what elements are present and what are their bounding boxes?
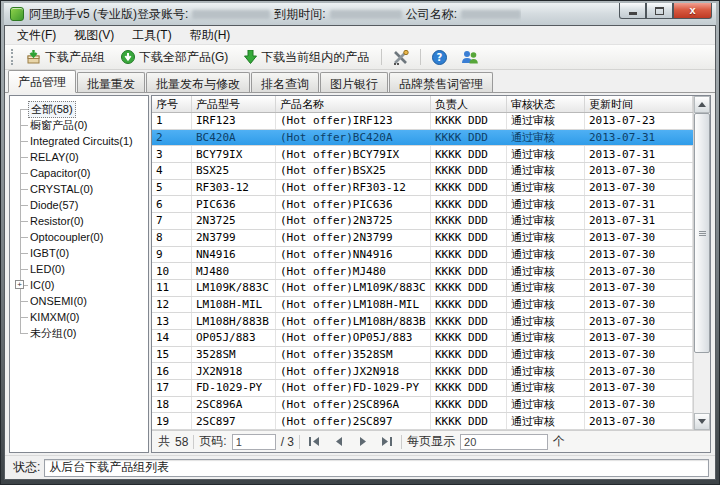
help-button[interactable]: ? [427, 47, 452, 68]
table-row[interactable]: 3BCY79IX(Hot offer)BCY79IXKKKK DDD通过审核20… [152, 146, 693, 163]
toolbar-grip[interactable] [11, 49, 14, 65]
tree-item[interactable]: +IC(0) [28, 277, 146, 293]
page-of-label: / 3 [281, 435, 294, 449]
tools-button[interactable] [388, 47, 414, 68]
tree-item[interactable]: 全部(58) [28, 101, 146, 117]
last-page-button[interactable] [377, 433, 396, 450]
app-window: 阿里助手v5 (专业版)登录账号: 到期时间: 公司名称: x 文件(F)视图(… [0, 0, 720, 485]
vertical-scrollbar[interactable] [693, 96, 710, 430]
window-controls: x [619, 3, 712, 19]
tree-item[interactable]: Capacitor(0) [28, 165, 146, 181]
tree-item[interactable]: RELAY(0) [28, 149, 146, 165]
table-row[interactable]: 14OP05J/883(Hot offer)OP05J/883KKKK DDD通… [152, 330, 693, 347]
tree-item[interactable]: Integrated Circuits(1) [28, 133, 146, 149]
tab-1[interactable]: 批量重发 [77, 72, 145, 92]
tree-item-label: 未分组(0) [28, 326, 78, 341]
table-row[interactable]: 11LM109K/883C(Hot offer)LM109K/883CKKKK … [152, 280, 693, 297]
table-row[interactable]: 2BC420A(Hot offer)BC420AKKKK DDD通过审核2013… [152, 130, 693, 147]
close-button[interactable]: x [673, 3, 712, 19]
column-header[interactable]: 产品型号 [192, 96, 276, 112]
menu-item-1[interactable]: 视图(V) [66, 25, 122, 46]
scroll-up-button[interactable] [694, 96, 710, 113]
table-row[interactable]: 10MJ480(Hot offer)MJ480KKKK DDD通过审核2013-… [152, 263, 693, 280]
table-row[interactable]: 12LM108H-MIL(Hot offer)LM108H-MILKKKK DD… [152, 297, 693, 314]
cell: (Hot offer)IRF123 [276, 113, 431, 129]
cell: JX2N918 [192, 363, 276, 379]
tree-item[interactable]: LED(0) [28, 261, 146, 277]
tab-strip: 产品管理批量重发批量发布与修改排名查询图片银行品牌禁售词管理 [5, 70, 715, 93]
scrollbar-thumb[interactable] [694, 113, 710, 353]
account-users-button[interactable] [456, 47, 484, 68]
download-product-group-button[interactable]: 下载产品组 [20, 46, 111, 69]
table-row[interactable]: 182SC896A(Hot offer)2SC896AKKKK DDD通过审核2… [152, 397, 693, 414]
table-row[interactable]: 13LM108H/883B(Hot offer)LM108H/883BKKKK … [152, 313, 693, 330]
table-row[interactable]: 9NN4916(Hot offer)NN4916KKKK DDD通过审核2013… [152, 247, 693, 264]
cell: KKKK DDD [431, 413, 507, 429]
cell: 2013-07-30 [585, 163, 693, 179]
tab-0[interactable]: 产品管理 [8, 70, 76, 93]
cell: 4 [152, 163, 192, 179]
tree-item[interactable]: Diode(57) [28, 197, 146, 213]
column-header[interactable]: 审核状态 [507, 96, 585, 112]
cell: 2013-07-30 [585, 397, 693, 413]
tree-item[interactable]: Resistor(0) [28, 213, 146, 229]
cell: KKKK DDD [431, 380, 507, 396]
cell: 2013-07-30 [585, 280, 693, 296]
tab-3[interactable]: 排名查询 [251, 72, 319, 92]
table-row[interactable]: 6PIC636(Hot offer)PIC636KKKK DDD通过审核2013… [152, 196, 693, 213]
grid-columns: 序号产品型号产品名称负责人审核状态更新时间 1IRF123(Hot offer)… [152, 96, 693, 430]
column-header[interactable]: 更新时间 [585, 96, 693, 112]
download-all-products-button[interactable]: 下载全部产品(G) [115, 46, 234, 69]
tree-item[interactable]: 橱窗产品(0) [28, 117, 146, 133]
tree-item[interactable]: CRYSTAL(0) [28, 181, 146, 197]
scrollbar-track[interactable] [694, 113, 710, 413]
tree-item[interactable]: ONSEMI(0) [28, 293, 146, 309]
table-row[interactable]: 1IRF123(Hot offer)IRF123KKKK DDD通过审核2013… [152, 113, 693, 130]
cell: KKKK DDD [431, 330, 507, 346]
tab-2[interactable]: 批量发布与修改 [146, 72, 250, 92]
tree-item[interactable]: KIMXM(0) [28, 309, 146, 325]
status-message-field: 从后台下载产品组列表 [44, 459, 709, 477]
menu-item-3[interactable]: 帮助(H) [182, 25, 239, 46]
menu-item-2[interactable]: 工具(T) [124, 25, 179, 46]
column-header[interactable]: 序号 [152, 96, 192, 112]
download-current-group-button[interactable]: 下载当前组内的产品 [238, 46, 375, 69]
table-row[interactable]: 72N3725(Hot offer)2N3725KKKK DDD通过审核2013… [152, 213, 693, 230]
cell: 2013-07-30 [585, 313, 693, 329]
cell: BSX25 [192, 163, 276, 179]
table-row[interactable]: 82N3799(Hot offer)2N3799KKKK DDD通过审核2013… [152, 230, 693, 247]
previous-page-button[interactable] [329, 433, 348, 450]
tree-item-label: 橱窗产品(0) [28, 118, 89, 133]
tree-item[interactable]: 未分组(0) [28, 325, 146, 341]
table-row[interactable]: 16JX2N918(Hot offer)JX2N918KKKK DDD通过审核2… [152, 363, 693, 380]
cell: (Hot offer)BSX25 [276, 163, 431, 179]
per-page-input[interactable] [460, 434, 548, 450]
first-page-button[interactable] [305, 433, 324, 450]
title-bar[interactable]: 阿里助手v5 (专业版)登录账号: 到期时间: 公司名称: x [4, 3, 716, 25]
cell: 通过审核 [507, 363, 585, 379]
product-group-tree: 全部(58)橱窗产品(0)Integrated Circuits(1)RELAY… [16, 101, 146, 341]
scroll-down-button[interactable] [694, 413, 710, 430]
tree-item[interactable]: Optocoupler(0) [28, 229, 146, 245]
cell: 2013-07-30 [585, 297, 693, 313]
download-product-group-label: 下载产品组 [45, 49, 105, 66]
table-row[interactable]: 5RF303-12(Hot offer)RF303-12KKKK DDD通过审核… [152, 180, 693, 197]
tab-5[interactable]: 品牌禁售词管理 [389, 72, 493, 92]
minimize-button[interactable] [619, 3, 646, 19]
table-row[interactable]: 17FD-1029-PY(Hot offer)FD-1029-PYKKKK DD… [152, 380, 693, 397]
cell: KKKK DDD [431, 347, 507, 363]
tree-item-label: 全部(58) [28, 101, 76, 118]
column-header[interactable]: 产品名称 [276, 96, 431, 112]
expand-icon[interactable]: + [15, 280, 24, 289]
column-header[interactable]: 负责人 [431, 96, 507, 112]
next-page-button[interactable] [353, 433, 372, 450]
tree-item[interactable]: IGBT(0) [28, 245, 146, 261]
cell: 2013-07-30 [585, 247, 693, 263]
menu-item-0[interactable]: 文件(F) [9, 25, 64, 46]
tab-4[interactable]: 图片银行 [320, 72, 388, 92]
table-row[interactable]: 192SC897(Hot offer)2SC897KKKK DDD通过审核201… [152, 413, 693, 430]
page-number-input[interactable] [232, 434, 276, 450]
table-row[interactable]: 4BSX25(Hot offer)BSX25KKKK DDD通过审核2013-0… [152, 163, 693, 180]
table-row[interactable]: 153528SM(Hot offer)3528SMKKKK DDD通过审核201… [152, 347, 693, 364]
maximize-button[interactable] [646, 3, 673, 19]
